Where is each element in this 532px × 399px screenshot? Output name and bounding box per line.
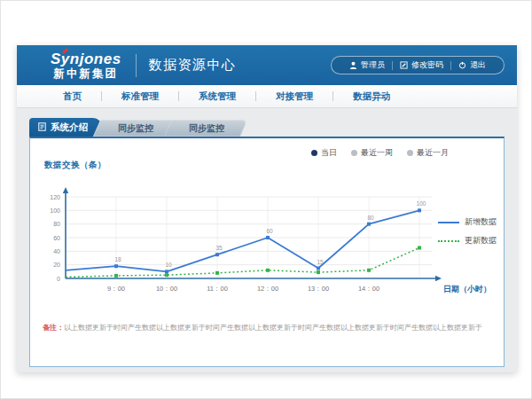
logo-cn-text: 新中新集团 (54, 68, 119, 80)
svg-text:100: 100 (50, 207, 60, 214)
svg-text:12：00: 12：00 (257, 285, 278, 293)
document-icon (38, 122, 46, 133)
user-toolbar: 管理员 修改密码 退出 (331, 56, 505, 74)
legend-item-update-data[interactable]: 更新数据 (438, 235, 497, 246)
logout-button[interactable]: 退出 (451, 59, 493, 71)
tab-sync-monitor-1[interactable]: 同步监控 (97, 120, 173, 137)
svg-text:40: 40 (53, 248, 60, 254)
tab-label: 同步监控 (97, 120, 173, 135)
svg-text:60: 60 (53, 235, 60, 241)
screenshot-frame: Synjones 新中新集团 数据资源中心 管理员 修改密码 (0, 0, 532, 399)
radio-option-last-month[interactable]: 最近一月 (407, 147, 449, 159)
radio-selected-icon (311, 150, 317, 156)
change-password-button[interactable]: 修改密码 (393, 59, 450, 71)
svg-text:100: 100 (417, 200, 426, 207)
radio-option-last-week[interactable]: 最近一周 (351, 147, 393, 159)
page-title: 数据资源中心 (149, 57, 237, 74)
data-exchange-line-chart: 0204060801001209：0010：0011：0012：0013：001… (35, 174, 493, 307)
app-window: Synjones 新中新集团 数据资源中心 管理员 修改密码 (17, 45, 517, 372)
series-legend: 新增数据 更新数据 (438, 216, 497, 246)
svg-text:18: 18 (114, 256, 121, 262)
content-area: 系统介绍 同步监控 同步监控 当日 (17, 108, 517, 372)
svg-text:日期（小时）: 日期（小时） (443, 285, 491, 293)
logo-en-text: Synjones (51, 51, 121, 66)
radio-label: 最近一周 (361, 147, 393, 159)
svg-text:9：00: 9：00 (107, 285, 125, 293)
nav-item-interface-mgmt[interactable]: 对接管理 (256, 90, 332, 103)
change-password-label: 修改密码 (411, 59, 443, 71)
svg-text:35: 35 (215, 245, 223, 251)
legend-item-new-data[interactable]: 新增数据 (438, 216, 497, 228)
solid-line-icon (438, 222, 459, 223)
radio-label: 最近一月 (417, 147, 449, 159)
radio-unselected-icon (407, 150, 413, 156)
top-header: Synjones 新中新集团 数据资源中心 管理员 修改密码 (17, 45, 517, 85)
svg-text:60: 60 (266, 228, 273, 234)
svg-text:13：00: 13：00 (308, 285, 329, 293)
tab-label: 同步监控 (168, 120, 244, 135)
svg-text:15: 15 (317, 259, 324, 265)
legend-label: 新增数据 (465, 216, 497, 228)
power-icon (458, 61, 466, 69)
main-navigation: 首页 标准管理 系统管理 对接管理 数据异动 (17, 85, 517, 108)
svg-text:80: 80 (367, 215, 374, 221)
legend-label: 更新数据 (465, 235, 497, 246)
svg-text:0: 0 (57, 276, 60, 282)
svg-text:10：00: 10：00 (156, 285, 177, 293)
radio-option-today[interactable]: 当日 (311, 147, 337, 159)
y-axis-title: 数据交换（条） (44, 160, 106, 171)
footnote-prefix: 备注： (43, 324, 64, 332)
logo-divider (136, 54, 137, 77)
radio-unselected-icon (351, 150, 357, 156)
nav-item-home[interactable]: 首页 (43, 90, 101, 103)
nav-item-standard-mgmt[interactable]: 标准管理 (102, 90, 178, 103)
dotted-line-icon (438, 240, 459, 242)
svg-text:10: 10 (165, 262, 172, 268)
svg-text:120: 120 (50, 194, 60, 200)
nav-item-data-change[interactable]: 数据异动 (333, 90, 410, 103)
radio-label: 当日 (321, 147, 337, 159)
user-icon (349, 61, 357, 69)
current-user-button[interactable]: 管理员 (342, 59, 392, 71)
time-range-filter: 当日 最近一周 最近一月 (311, 147, 449, 159)
footnote: 备注：以上数据更新于时间产生数据以上数据更新于时间产生数据以上数据更新于时间产生… (43, 323, 495, 332)
svg-text:11：00: 11：00 (207, 285, 228, 293)
svg-text:14：00: 14：00 (358, 285, 379, 293)
tab-sync-monitor-2[interactable]: 同步监控 (168, 120, 244, 137)
edit-icon (400, 61, 408, 69)
svg-text:80: 80 (53, 221, 60, 227)
chart-panel: 当日 最近一周 最近一月 数据交换（条） 0204060801001209：00… (29, 137, 505, 367)
tab-system-intro[interactable]: 系统介绍 (29, 118, 102, 137)
svg-text:20: 20 (53, 262, 60, 268)
logout-label: 退出 (470, 59, 486, 71)
company-logo: Synjones 新中新集团 (51, 51, 121, 80)
nav-item-system-mgmt[interactable]: 系统管理 (179, 90, 255, 103)
user-label: 管理员 (361, 59, 385, 71)
tab-label: 系统介绍 (51, 121, 88, 134)
tab-bar: 系统介绍 同步监控 同步监控 (29, 118, 505, 137)
footnote-body: 以上数据更新于时间产生数据以上数据更新于时间产生数据以上数据更新于时间产生数据以… (64, 324, 482, 332)
